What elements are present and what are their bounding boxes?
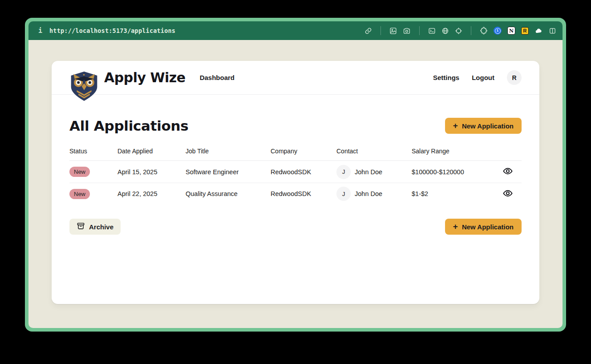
nav-dashboard-link[interactable]: Dashboard — [200, 74, 235, 81]
globe-icon[interactable] — [441, 27, 449, 35]
settings-link[interactable]: Settings — [433, 74, 459, 81]
link-icon[interactable] — [364, 27, 372, 35]
salary-range-cell: $1-$2 — [412, 190, 494, 197]
archive-button[interactable]: Archive — [69, 219, 121, 235]
owl-logo-icon[interactable] — [69, 70, 99, 102]
eye-icon — [502, 166, 513, 178]
contact-avatar: J — [336, 187, 351, 201]
terminal-icon[interactable] — [428, 27, 436, 35]
applications-table: Status Date Applied Job Title Company Co… — [69, 141, 522, 204]
screenshot-icon[interactable] — [389, 27, 397, 35]
column-company: Company — [271, 148, 336, 155]
column-status: Status — [69, 148, 117, 155]
app-title: Apply Wize — [104, 70, 186, 85]
page-title: All Applications — [69, 118, 188, 134]
column-salary-range: Salary Range — [412, 148, 494, 155]
date-applied-cell: April 22, 2025 — [117, 190, 186, 197]
view-application-button[interactable] — [501, 164, 515, 180]
main-content: All Applications + New Application Statu… — [52, 118, 539, 235]
browser-window: i http://localhost:5173/applications — [25, 18, 566, 332]
camera-icon[interactable] — [403, 27, 411, 35]
notion-icon[interactable]: N — [507, 27, 515, 35]
company-cell: RedwoodSDK — [271, 168, 336, 176]
toolbar-icons: 1 N R — [364, 26, 556, 35]
company-cell: RedwoodSDK — [271, 190, 336, 197]
r-extension-icon[interactable]: R — [521, 27, 529, 35]
plus-icon: + — [453, 222, 458, 231]
table-header-row: Status Date Applied Job Title Company Co… — [69, 141, 522, 161]
status-badge: New — [69, 167, 90, 177]
crosshair-icon[interactable] — [455, 27, 462, 35]
plus-icon: + — [453, 121, 458, 130]
info-icon[interactable]: i — [38, 27, 42, 35]
eye-icon — [502, 188, 513, 200]
browser-toolbar: i http://localhost:5173/applications — [28, 21, 563, 40]
contact-name: John Doe — [355, 168, 382, 176]
toolbar-separator — [471, 26, 471, 35]
column-job-title: Job Title — [186, 148, 271, 155]
new-application-button-top[interactable]: + New Application — [445, 118, 522, 134]
onepassword-icon[interactable]: 1 — [494, 27, 502, 35]
split-view-icon[interactable] — [549, 27, 556, 35]
archive-icon — [77, 222, 85, 232]
contact-cell: J John Doe — [336, 187, 412, 201]
contact-cell: J John Doe — [336, 165, 412, 179]
cloud-icon[interactable] — [534, 27, 543, 35]
job-title-cell: Software Engineer — [186, 168, 271, 176]
extensions-puzzle-icon[interactable] — [480, 27, 488, 35]
app-header: Apply Wize Dashboard Settings Logout R — [52, 61, 539, 95]
contact-avatar: J — [336, 165, 351, 179]
new-application-button-bottom[interactable]: + New Application — [445, 219, 522, 235]
date-applied-cell: April 15, 2025 — [117, 168, 186, 176]
user-avatar[interactable]: R — [507, 70, 522, 85]
toolbar-separator — [419, 26, 420, 35]
toolbar-separator — [381, 26, 381, 35]
applications-card: Apply Wize Dashboard Settings Logout R A… — [52, 61, 539, 304]
view-application-button[interactable] — [501, 186, 515, 202]
logout-link[interactable]: Logout — [472, 74, 494, 81]
page-background: Apply Wize Dashboard Settings Logout R A… — [28, 40, 563, 328]
job-title-cell: Quality Assurance — [186, 190, 271, 197]
column-date-applied: Date Applied — [117, 148, 186, 155]
contact-name: John Doe — [355, 190, 382, 197]
header-right: Settings Logout R — [433, 70, 522, 85]
table-row: New April 22, 2025 Quality Assurance Red… — [69, 183, 522, 204]
url-bar[interactable]: http://localhost:5173/applications — [49, 27, 175, 34]
table-row: New April 15, 2025 Software Engineer Red… — [69, 161, 522, 183]
salary-range-cell: $100000-$120000 — [412, 168, 494, 176]
column-contact: Contact — [336, 148, 412, 155]
status-badge: New — [69, 189, 90, 199]
